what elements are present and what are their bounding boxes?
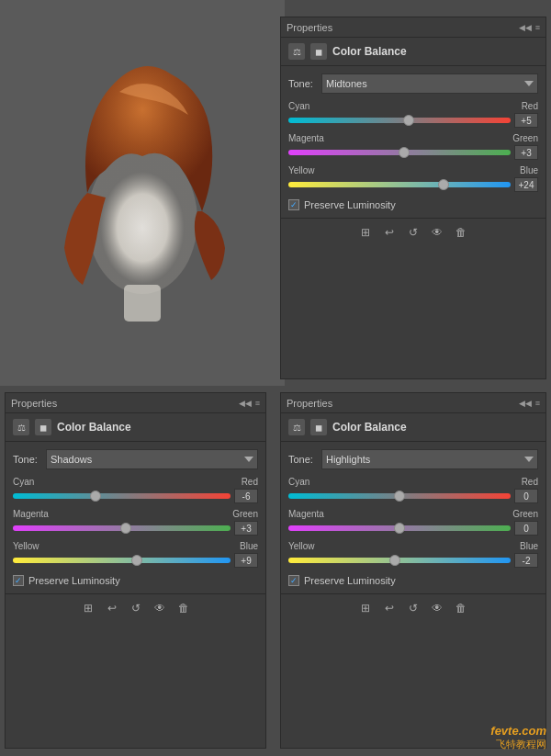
bl-tone-select[interactable]: Shadows Midtones Highlights <box>46 449 258 469</box>
bottom-right-title: Properties <box>287 398 332 409</box>
br-tone-row: Tone: Shadows Midtones Highlights <box>288 449 538 469</box>
br-cyan-red-thumb[interactable] <box>394 491 405 502</box>
top-slider-yellow-blue: Yellow Blue +24 <box>288 165 538 192</box>
top-preserve-row: ✓ Preserve Luminosity <box>288 199 538 210</box>
br-magenta-green-value: 0 <box>514 521 538 536</box>
bl-slider-magenta-green: Magenta Green +3 <box>13 509 258 536</box>
top-tone-label: Tone: <box>288 78 316 89</box>
br-panel-name: Color Balance <box>332 421 407 434</box>
bl-collapse-btn[interactable]: ◀◀ <box>239 399 252 408</box>
top-panel-controls[interactable]: ◀◀ ≡ <box>519 23 540 32</box>
menu-btn[interactable]: ≡ <box>535 23 540 32</box>
svg-rect-1 <box>124 285 161 322</box>
br-delete-btn[interactable]: 🗑 <box>453 600 469 616</box>
br-cyan-red-value: 0 <box>514 489 538 503</box>
top-magenta-green-thumb[interactable] <box>399 147 410 158</box>
bl-panel-name: Color Balance <box>57 421 131 434</box>
br-mask-icon: ◼ <box>310 419 327 435</box>
bl-yellow-blue-value: +9 <box>234 553 258 568</box>
cyan-label: Cyan <box>288 101 309 111</box>
bl-preserve-label: Preserve Luminosity <box>28 575 120 586</box>
top-yellow-blue-thumb[interactable] <box>438 179 449 190</box>
bl-cyan-label: Cyan <box>13 477 34 487</box>
br-slider-cyan-red: Cyan Red 0 <box>288 477 538 503</box>
bl-clip-btn[interactable]: ⊞ <box>80 600 96 616</box>
toolbar-rotate-btn[interactable]: ↩ <box>381 224 398 241</box>
image-area <box>0 0 285 386</box>
br-yellow-label: Yellow <box>288 541 315 551</box>
red-label: Red <box>522 101 538 111</box>
bl-magenta-label: Magenta <box>13 509 49 519</box>
top-panel-titlebar: Properties ◀◀ ≡ <box>281 17 545 38</box>
top-tone-row: Tone: Midtones Shadows Highlights <box>288 73 538 94</box>
br-red-label: Red <box>522 477 538 487</box>
bl-magenta-green-thumb[interactable] <box>120 523 131 534</box>
green-label: Green <box>512 133 538 143</box>
bottom-left-panel: Properties ◀◀ ≡ ⚖ ◼ Color Balance Tone: … <box>5 392 266 749</box>
toolbar-clip-btn[interactable]: ⊞ <box>357 224 374 241</box>
toolbar-reset-btn[interactable]: ↺ <box>405 224 422 241</box>
br-eye-btn[interactable]: 👁 <box>429 600 445 616</box>
top-preserve-checkbox[interactable]: ✓ <box>288 199 299 210</box>
bottom-left-controls[interactable]: ◀◀ ≡ <box>239 399 260 408</box>
bl-yellow-blue-track[interactable] <box>13 558 231 563</box>
hair-figure <box>32 28 253 358</box>
bl-slider-cyan-red: Cyan Red -6 <box>13 477 258 503</box>
collapse-btn[interactable]: ◀◀ <box>519 23 532 32</box>
br-clip-btn[interactable]: ⊞ <box>357 600 374 616</box>
bl-delete-btn[interactable]: 🗑 <box>175 600 192 616</box>
toolbar-eye-btn[interactable]: 👁 <box>429 224 445 241</box>
br-slider-magenta-green: Magenta Green 0 <box>288 509 538 536</box>
br-menu-btn[interactable]: ≡ <box>535 399 540 408</box>
bl-cyan-red-track[interactable] <box>13 493 231 499</box>
top-cyan-red-track[interactable] <box>288 118 511 123</box>
bl-magenta-green-value: +3 <box>234 521 258 536</box>
yellow-label: Yellow <box>288 165 315 175</box>
br-preserve-checkbox[interactable]: ✓ <box>288 575 299 586</box>
bl-magenta-green-track[interactable] <box>13 525 231 531</box>
top-cyan-red-thumb[interactable] <box>403 115 414 126</box>
br-reset-btn[interactable]: ↺ <box>405 600 422 616</box>
br-yellow-blue-value: -2 <box>514 553 538 568</box>
bottom-left-toolbar: ⊞ ↩ ↺ 👁 🗑 <box>6 593 265 621</box>
top-panel-toolbar: ⊞ ↩ ↺ 👁 🗑 <box>281 218 545 245</box>
top-yellow-blue-track[interactable] <box>288 182 511 187</box>
watermark: fevte.com 飞特教程网 <box>490 724 546 751</box>
bottom-left-titlebar: Properties ◀◀ ≡ <box>6 393 265 413</box>
br-magenta-green-track[interactable] <box>288 525 511 531</box>
br-rotate-btn[interactable]: ↩ <box>381 600 398 616</box>
top-tone-select[interactable]: Midtones Shadows Highlights <box>321 73 538 94</box>
bl-red-label: Red <box>242 477 258 487</box>
br-tone-label: Tone: <box>288 454 316 465</box>
br-tone-select[interactable]: Shadows Midtones Highlights <box>321 449 538 469</box>
top-yellow-blue-value: +24 <box>514 177 538 192</box>
bl-green-label: Green <box>232 509 258 519</box>
bl-preserve-checkbox[interactable]: ✓ <box>13 575 24 586</box>
bottom-right-controls[interactable]: ◀◀ ≡ <box>519 399 540 408</box>
top-panel-title: Properties <box>287 22 332 33</box>
bottom-right-panel: Properties ◀◀ ≡ ⚖ ◼ Color Balance Tone: … <box>280 392 546 749</box>
bl-preserve-row: ✓ Preserve Luminosity <box>13 575 258 586</box>
br-green-label: Green <box>512 509 538 519</box>
top-panel-name: Color Balance <box>332 45 407 58</box>
toolbar-delete-btn[interactable]: 🗑 <box>453 224 469 241</box>
balance-icon: ⚖ <box>288 43 305 60</box>
bl-cyan-red-thumb[interactable] <box>90 491 101 502</box>
bl-reset-btn[interactable]: ↺ <box>128 600 144 616</box>
magenta-label: Magenta <box>288 133 324 143</box>
bl-rotate-btn[interactable]: ↩ <box>104 600 120 616</box>
bl-yellow-blue-thumb[interactable] <box>131 555 142 566</box>
br-yellow-blue-track[interactable] <box>288 558 511 563</box>
bl-eye-btn[interactable]: 👁 <box>152 600 168 616</box>
br-collapse-btn[interactable]: ◀◀ <box>519 399 532 408</box>
bl-yellow-label: Yellow <box>13 541 39 551</box>
top-preserve-label: Preserve Luminosity <box>304 199 396 210</box>
br-yellow-blue-thumb[interactable] <box>389 555 400 566</box>
top-slider-magenta-green: Magenta Green +3 <box>288 133 538 160</box>
br-magenta-green-thumb[interactable] <box>394 523 405 534</box>
top-panel-body: Tone: Midtones Shadows Highlights Cyan R… <box>281 66 545 218</box>
br-cyan-red-track[interactable] <box>288 493 511 499</box>
top-magenta-green-track[interactable] <box>288 150 511 155</box>
bl-cyan-red-value: -6 <box>234 489 258 503</box>
bl-menu-btn[interactable]: ≡ <box>255 399 260 408</box>
